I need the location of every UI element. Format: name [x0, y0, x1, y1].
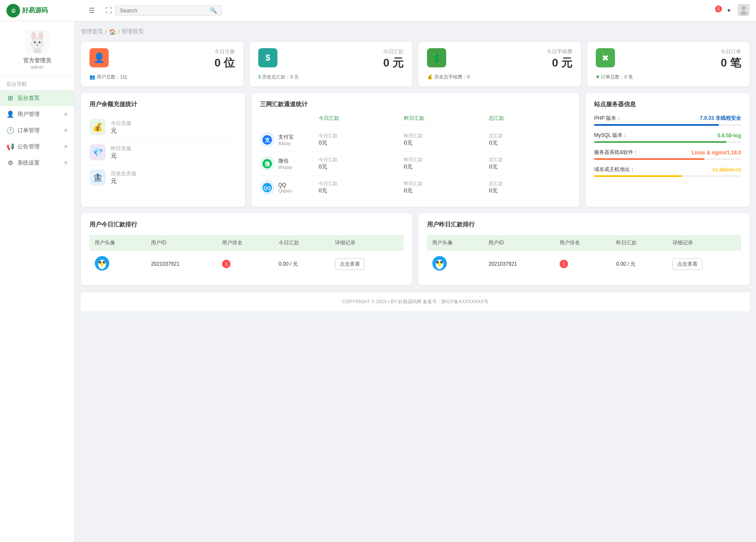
- svg-point-15: [36, 44, 38, 45]
- orders-nav-icon: 🕐: [6, 127, 14, 134]
- balance-card-title: 用户余额充值统计: [89, 101, 237, 108]
- detail-button-yesterday[interactable]: 点击查看: [672, 258, 702, 270]
- today-rank-table: 用户头像 用户ID 用户排名 今日汇款 详细记录: [89, 235, 404, 278]
- qq-yesterday: 昨日汇款0元: [404, 180, 486, 194]
- th-detail-yesterday: 详细记录: [667, 235, 741, 251]
- sidebar-orders-label: 订单管理: [17, 127, 64, 134]
- svg-point-8: [32, 33, 35, 39]
- user-avatar-topbar[interactable]: [738, 4, 750, 17]
- menu-toggle-button[interactable]: ☰: [85, 4, 98, 17]
- yesterday-rank-table: 用户头像 用户ID 用户排名 昨日汇款 详细记录: [427, 235, 741, 278]
- mysql-value: 5.6.50-log: [718, 133, 741, 139]
- qq-today: 今日汇款0元: [319, 180, 401, 194]
- fee-icon: 💲: [427, 48, 446, 67]
- alipay-name: 支付宝: [278, 133, 294, 141]
- os-label: 服务器系统&软件：: [594, 149, 638, 156]
- php-label: PHP 版本：: [594, 115, 621, 122]
- svg-point-3: [742, 6, 746, 10]
- announcement-plus-icon: +: [64, 143, 68, 151]
- server-php: PHP 版本： 7.0.33 非线程安全: [594, 115, 741, 126]
- fee-title: 今日手续费: [547, 48, 572, 55]
- users-plus-icon: +: [64, 110, 68, 118]
- wechat-total: 总汇款0元: [489, 157, 571, 171]
- today-recharge-value: 元: [111, 127, 131, 135]
- svg-point-37: [441, 261, 442, 262]
- sidebar-item-announcement[interactable]: 📢 公告管理 +: [0, 139, 74, 155]
- alipay-yesterday: 昨日汇款0元: [404, 133, 486, 147]
- balance-item-history: 🏦 历史总充值 元: [89, 165, 237, 190]
- order-value: 0 笔: [721, 55, 741, 70]
- svg-point-38: [438, 262, 441, 267]
- breadcrumb-current: 管理首页: [121, 28, 144, 35]
- today-rank-card: 用户今日汇款排行 用户头像 用户ID 用户排名 今日汇款 详细记录: [81, 213, 412, 285]
- alipay-icon: 支: [260, 132, 275, 147]
- logo-area: ① 好易源码: [6, 4, 81, 17]
- wechat-icon: 微: [260, 156, 275, 171]
- svg-point-28: [100, 261, 101, 262]
- server-os: 服务器系统&软件： Linux & nginx/1.18.0: [594, 149, 741, 160]
- breadcrumb-sep1: /: [105, 29, 107, 35]
- svg-point-4: [740, 11, 747, 15]
- user-role: admin: [4, 64, 70, 70]
- td-amount-today: 0.00 / 元: [274, 251, 330, 278]
- sidebar-item-settings[interactable]: ⚙ 系统设置 +: [0, 155, 74, 171]
- yesterday-rank-card: 用户昨日汇款排行 用户头像 用户ID 用户排名 昨日汇款 详细记录: [418, 213, 750, 285]
- sidebar-item-orders[interactable]: 🕐 订单管理 +: [0, 122, 74, 139]
- svg-point-10: [31, 38, 43, 49]
- svg-point-13: [35, 41, 36, 42]
- channel-row-wechat: 微 微信 Wxpay 今日汇款0元 昨日汇款0元 总汇款0元: [260, 152, 571, 176]
- td-amount-yesterday: 0.00 / 元: [611, 251, 667, 278]
- yesterday-rank-header-row: 用户头像 用户ID 用户排名 昨日汇款 详细记录: [427, 235, 741, 251]
- register-value: 0 位: [214, 55, 235, 70]
- domain-value: cs.dkewl.cn: [713, 167, 741, 173]
- order-footer: ✖ 订单总数：0 笔: [596, 74, 741, 80]
- os-value: Linux & nginx/1.18.0: [692, 150, 741, 156]
- settings-plus-icon: +: [64, 159, 68, 167]
- page-footer: COPYRIGHT © 2023 • BY:好易源码网 备案号：陕ICP备XXX…: [81, 292, 750, 311]
- rank-badge-1-yesterday: 1: [560, 260, 568, 268]
- today-rank-header-row: 用户头像 用户ID 用户排名 今日汇款 详细记录: [89, 235, 404, 251]
- history-recharge-icon: 🏦: [89, 169, 106, 185]
- svg-point-30: [101, 262, 104, 267]
- rank-badge-1-today: 1: [222, 260, 231, 268]
- puzzle-icon[interactable]: ✦: [727, 7, 731, 14]
- breadcrumb-root: 管理首页: [81, 28, 103, 35]
- notification-badge: 0: [715, 6, 722, 12]
- qq-name: QQ: [278, 182, 292, 188]
- th-rank-today: 用户排名: [217, 235, 273, 251]
- th-amount-today: 今日汇款: [274, 235, 330, 251]
- table-row: 2021037921 1 0.00 / 元 点击查看: [427, 251, 741, 278]
- logo-text: 好易源码: [22, 6, 48, 14]
- search-icon[interactable]: 🔍: [210, 7, 217, 14]
- td-avatar-yesterday: [427, 251, 483, 278]
- topbar-controls: ☰ ⛶: [85, 4, 115, 17]
- th-avatar-today: 用户头像: [89, 235, 146, 251]
- expand-button[interactable]: ⛶: [102, 4, 115, 17]
- alipay-today: 今日汇款0元: [319, 133, 401, 147]
- home-nav-icon: ⊞: [6, 94, 14, 102]
- svg-point-11: [34, 41, 36, 43]
- server-card-title: 站点服务器信息: [594, 101, 741, 108]
- svg-point-12: [38, 41, 40, 43]
- sidebar-users-label: 用户管理: [17, 110, 64, 118]
- server-domain: 域名或主机地址： cs.dkewl.cn: [594, 166, 741, 177]
- domain-label: 域名或主机地址：: [594, 166, 635, 173]
- yesterday-rank-title: 用户昨日汇款排行: [427, 221, 741, 229]
- php-value: 7.0.33 非线程安全: [700, 115, 741, 122]
- order-title: 今日订单: [721, 48, 741, 55]
- detail-button-today[interactable]: 点击查看: [335, 258, 365, 270]
- table-row: 2021037921 1 0.00 / 元 点击查看: [89, 251, 404, 278]
- svg-text:微: 微: [264, 161, 271, 167]
- sidebar-settings-label: 系统设置: [17, 159, 64, 167]
- search-box: 🔍: [115, 5, 222, 16]
- th-amount-yesterday: 昨日汇款: [611, 235, 667, 251]
- notification-button[interactable]: ✉ 0: [716, 7, 720, 14]
- content-area: 管理首页 / 🏠 / 管理首页 👤 今日注册 0 位: [75, 21, 756, 542]
- sidebar-item-users[interactable]: 👤 用户管理 +: [0, 106, 74, 122]
- mid-row: 用户余额充值统计 💰 今日充值 元 💎 昨日充值 元: [81, 93, 750, 207]
- remittance-footer: $ 历史总汇款：0 元: [258, 74, 404, 80]
- svg-text:支: 支: [265, 137, 271, 143]
- search-input[interactable]: [120, 7, 210, 14]
- sidebar-item-home[interactable]: ⊞ 后台首页: [0, 90, 74, 106]
- svg-point-9: [40, 33, 42, 39]
